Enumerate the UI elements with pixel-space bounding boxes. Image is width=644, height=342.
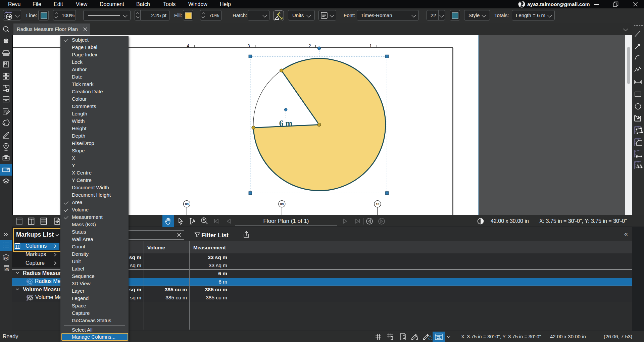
- svg-text:3: 3: [247, 43, 250, 48]
- svg-text:3D: 3D: [4, 256, 8, 259]
- svg-text:1: 1: [369, 43, 371, 48]
- svg-text:6 m: 6 m: [279, 119, 293, 128]
- svg-text:2: 2: [308, 43, 311, 48]
- svg-text:08: 08: [185, 202, 189, 206]
- svg-text:JS: JS: [5, 267, 9, 271]
- svg-text:09: 09: [280, 202, 284, 206]
- svg-text:4: 4: [187, 43, 189, 48]
- svg-text:10: 10: [376, 202, 380, 206]
